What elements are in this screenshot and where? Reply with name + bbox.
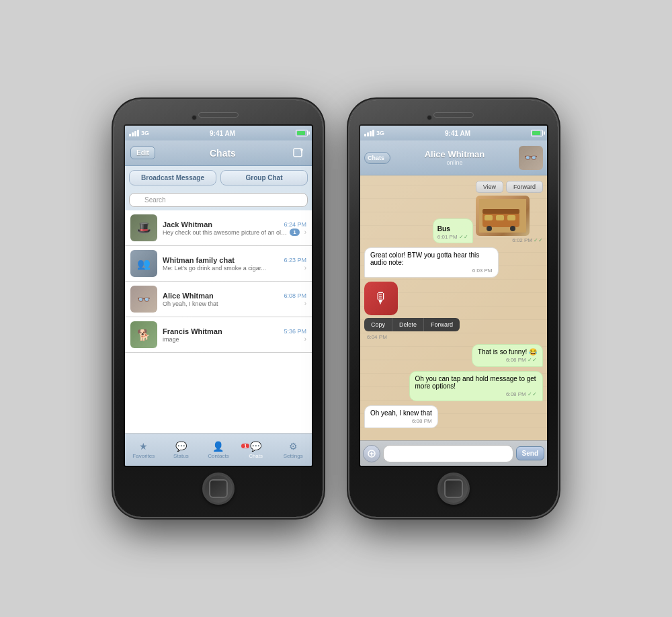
search-wrapper: 🔍 Search <box>129 193 308 207</box>
list-item[interactable]: 👓 Alice Whitman 6:08 PM Oh yeah, I knew … <box>125 282 312 317</box>
message-row: That is so funny! 😂 6:06 PM ✓✓ <box>364 344 543 367</box>
chat-time: 6:23 PM <box>284 257 306 263</box>
chat-name: Francis Whitman <box>163 327 222 335</box>
message-row: Great color! BTW you gotta hear this aud… <box>364 247 543 278</box>
chat-preview: Hey check out this awesome picture of an… <box>163 229 290 236</box>
message-time: 6:08 PM ✓✓ <box>415 391 538 397</box>
tab-label-settings: Settings <box>284 453 303 459</box>
chat-header: Alice Whitman 6:08 PM <box>163 292 306 300</box>
chat-name: Alice Whitman <box>163 292 214 300</box>
bar2 <box>132 132 134 136</box>
attach-button[interactable] <box>363 445 380 462</box>
scene: 3G 9:41 AM Edit Chats <box>101 87 571 530</box>
tab-favorites[interactable]: ★ Favorites <box>125 441 163 459</box>
camera-icon <box>192 115 197 120</box>
status-bar-2: 3G 9:41 AM <box>360 126 547 140</box>
chats-title: Chats <box>210 148 236 159</box>
avatar: 👥 <box>130 250 157 277</box>
message-text: Bus <box>437 225 450 233</box>
search-placeholder: Search <box>144 196 166 204</box>
forward-ctx-button[interactable]: Forward <box>424 318 460 331</box>
svg-point-9 <box>510 226 515 231</box>
chat-time: 6:24 PM <box>284 221 306 228</box>
home-button-2[interactable] <box>437 472 470 505</box>
tab-contacts[interactable]: 👤 Contacts <box>200 441 237 459</box>
home-button[interactable] <box>202 472 235 505</box>
bar4 <box>137 130 139 136</box>
message-text: Oh you can tap and hold message to get m… <box>415 375 536 390</box>
search-input[interactable]: Search <box>129 193 308 207</box>
message-bubble: Bus 6:01 PM ✓✓ <box>433 218 473 243</box>
chat-preview: Me: Let's go drink and smoke a cigar... <box>163 265 266 272</box>
tab-status[interactable]: 💬 Status <box>163 441 200 459</box>
chat-list-screen: Broadcast Message Group Chat 🔍 Search <box>125 166 312 466</box>
signal-bars-2 <box>364 130 374 136</box>
message-row: Oh you can tap and hold message to get m… <box>364 371 543 401</box>
svg-point-8 <box>487 226 492 231</box>
microphone-icon: 🎙 <box>374 290 388 307</box>
bar3 <box>134 131 136 136</box>
bar3 <box>370 131 372 136</box>
audio-message[interactable]: 🎙 <box>364 282 398 315</box>
svg-rect-7 <box>507 215 515 220</box>
battery-fill <box>297 131 305 135</box>
status-time-2: 9:41 AM <box>445 130 470 137</box>
signal-area-2: 3G <box>364 130 384 136</box>
message-time: 6:03 PM <box>370 268 493 274</box>
phone-2-shell: 3G 9:41 AM Chats Alice Whitman online <box>349 100 558 517</box>
speaker-2 <box>433 112 474 118</box>
signal-area: 3G <box>129 130 149 136</box>
image-attachment[interactable] <box>476 196 530 236</box>
messages-area[interactable]: Bus 6:01 PM ✓✓ View Forward <box>360 175 547 440</box>
message-time: 6:06 PM ✓✓ <box>478 357 537 363</box>
contact-title-area: Alice Whitman online <box>393 149 516 166</box>
message-text: That is so funny! 😂 <box>478 348 537 356</box>
bar1 <box>364 134 366 136</box>
battery-icon <box>296 130 308 136</box>
tab-chats[interactable]: 💬 1 Chats <box>237 441 275 459</box>
compose-icon[interactable] <box>290 145 306 161</box>
list-item[interactable]: 🐕 Francis Whitman 5:36 PM image › <box>125 317 312 353</box>
svg-rect-5 <box>485 215 493 220</box>
bar2 <box>367 132 369 136</box>
chevron-icon: › <box>304 229 306 236</box>
view-button[interactable]: View <box>476 181 503 193</box>
chevron-icon: › <box>304 264 306 272</box>
svg-rect-10 <box>482 209 519 214</box>
list-item[interactable]: 👥 Whitman family chat 6:23 PM Me: Let's … <box>125 246 312 282</box>
message-time: 6:08 PM <box>370 418 432 424</box>
unread-badge: 1 <box>290 229 299 236</box>
delete-button[interactable]: Delete <box>392 318 424 331</box>
tab-label-contacts: Contacts <box>208 453 229 459</box>
phone-1: 3G 9:41 AM Edit Chats <box>114 100 323 517</box>
message-row: Oh yeah, I knew that 6:08 PM <box>364 405 543 428</box>
group-avatar-icon: 👥 <box>137 257 151 270</box>
copy-button[interactable]: Copy <box>364 318 392 331</box>
camera-2-icon <box>427 115 432 120</box>
edit-button[interactable]: Edit <box>130 147 155 159</box>
check-icon-3: ✓✓ <box>528 357 537 363</box>
tab-label-status: Status <box>173 453 189 459</box>
chat-item-content: Alice Whitman 6:08 PM Oh yeah, I knew th… <box>163 292 306 307</box>
back-button[interactable]: Chats <box>364 152 390 164</box>
contact-avatar[interactable]: 👓 <box>519 146 543 170</box>
chevron-icon: › <box>304 300 306 307</box>
message-bubble: Oh you can tap and hold message to get m… <box>409 371 544 401</box>
forward-button[interactable]: Forward <box>506 181 543 193</box>
message-input[interactable] <box>383 445 513 462</box>
context-menu: Copy Delete Forward <box>364 318 460 331</box>
check-icon: ✓✓ <box>459 234 468 240</box>
tab-settings[interactable]: ⚙ Settings <box>274 441 312 459</box>
broadcast-button[interactable]: Broadcast Message <box>129 170 216 186</box>
bus-image <box>476 196 530 236</box>
send-button[interactable]: Send <box>516 446 544 460</box>
group-chat-button[interactable]: Group Chat <box>220 170 308 186</box>
check-icon-2: ✓✓ <box>534 237 543 243</box>
list-item[interactable]: 🎩 Jack Whitman 6:24 PM Hey check out thi… <box>125 210 312 246</box>
avatar: 👓 <box>130 286 157 313</box>
message-text: Oh yeah, I knew that <box>370 409 432 417</box>
message-time: 6:01 PM <box>437 234 458 240</box>
network-label-2: 3G <box>376 130 384 136</box>
time-text-2: 6:08 PM <box>506 391 526 397</box>
chat-preview: image <box>163 336 179 343</box>
